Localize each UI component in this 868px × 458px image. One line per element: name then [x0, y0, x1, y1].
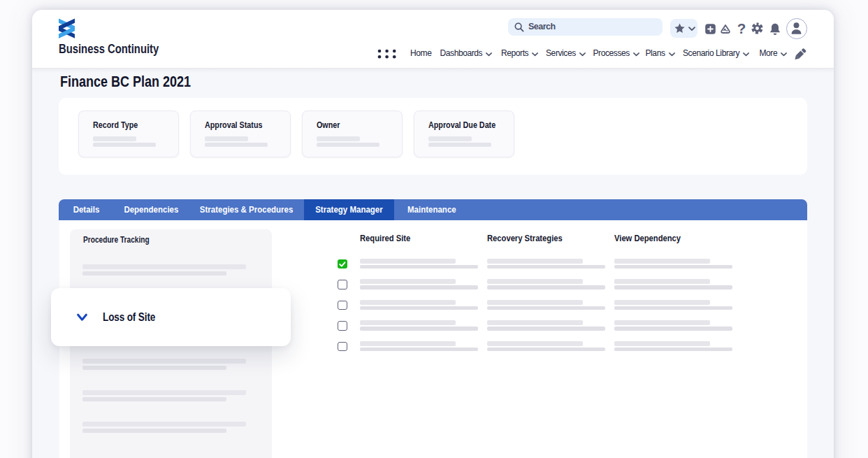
svg-text:?: ?	[737, 20, 746, 36]
